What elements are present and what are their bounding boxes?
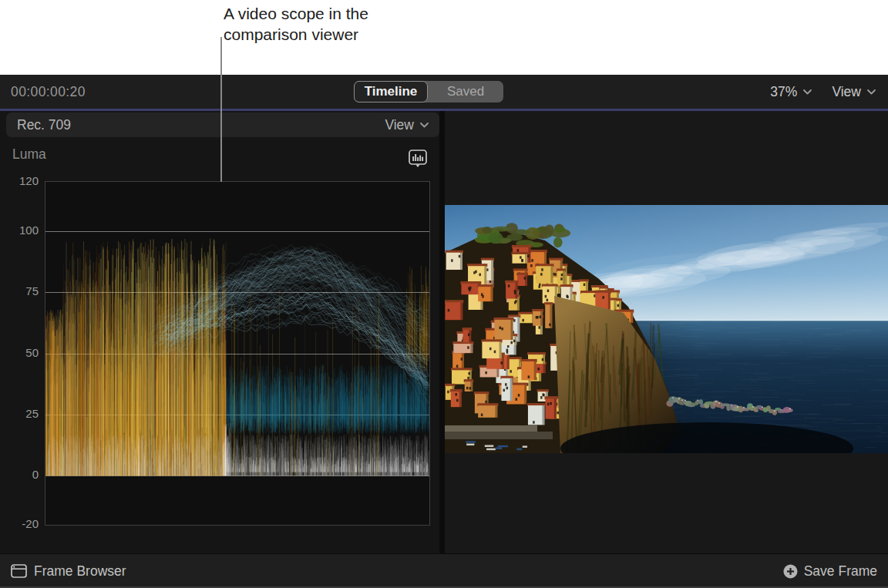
segment-saved[interactable]: Saved bbox=[428, 81, 503, 102]
callout-text-line1: A video scope in the bbox=[224, 3, 368, 24]
save-frame-button[interactable]: Save Frame bbox=[783, 554, 877, 588]
timecode-display: 00:00:00:20 bbox=[11, 75, 86, 109]
comparison-main-area: Rec. 709 View Luma 12 bbox=[0, 111, 888, 553]
save-frame-label: Save Frame bbox=[804, 563, 877, 580]
scope-axis-label: 100 bbox=[3, 223, 39, 237]
luma-waveform-plot bbox=[45, 181, 430, 526]
scope-axis-label: 25 bbox=[3, 407, 39, 421]
frame-browser-icon bbox=[11, 564, 27, 578]
scope-axis-label: 0 bbox=[3, 468, 39, 482]
callout-line bbox=[220, 37, 222, 182]
scope-axis-label: 120 bbox=[3, 174, 39, 188]
chevron-down-icon bbox=[867, 89, 876, 95]
plus-circle-icon bbox=[783, 564, 798, 579]
segment-timeline[interactable]: Timeline bbox=[354, 81, 428, 102]
toolbar-right-group: 37% View bbox=[770, 75, 876, 109]
scope-settings-button[interactable] bbox=[409, 150, 427, 170]
zoom-level-dropdown[interactable]: 37% bbox=[770, 84, 812, 100]
scope-header-bar: Rec. 709 View bbox=[6, 113, 439, 137]
scope-axis-label: -20 bbox=[3, 517, 39, 531]
scope-view-dropdown[interactable]: View bbox=[385, 117, 429, 133]
zoom-level-value: 37% bbox=[770, 84, 797, 100]
panel-divider bbox=[439, 111, 445, 553]
viewer-view-dropdown[interactable]: View bbox=[832, 84, 876, 100]
histogram-popover-icon bbox=[409, 150, 427, 170]
scope-axis-label: 75 bbox=[3, 284, 39, 298]
callout-text: A video scope in the comparison viewer bbox=[224, 3, 368, 45]
luma-waveform-canvas bbox=[45, 182, 429, 525]
timeline-saved-segmented-control: Timeline Saved bbox=[354, 81, 503, 102]
video-scope-panel: Rec. 709 View Luma 12 bbox=[0, 111, 439, 553]
chevron-down-icon bbox=[803, 89, 812, 95]
frame-browser-label: Frame Browser bbox=[34, 563, 126, 580]
scope-type-label: Luma bbox=[12, 146, 46, 163]
color-space-label: Rec. 709 bbox=[17, 117, 71, 133]
viewer-toolbar: 00:00:00:20 Timeline Saved 37% View bbox=[0, 75, 888, 109]
frame-browser-button[interactable]: Frame Browser bbox=[11, 554, 126, 588]
viewer-view-label: View bbox=[832, 84, 861, 100]
comparison-viewer-window: A video scope in the comparison viewer 0… bbox=[0, 0, 888, 588]
chevron-down-icon bbox=[420, 123, 429, 128]
scope-axis-label: 50 bbox=[3, 346, 39, 360]
current-frame-viewer bbox=[445, 111, 888, 553]
viewer-bottom-bar: Frame Browser Save Frame bbox=[0, 553, 888, 588]
scope-view-label: View bbox=[385, 117, 414, 133]
video-frame-image bbox=[445, 205, 888, 453]
callout-text-line2: comparison viewer bbox=[224, 24, 368, 45]
